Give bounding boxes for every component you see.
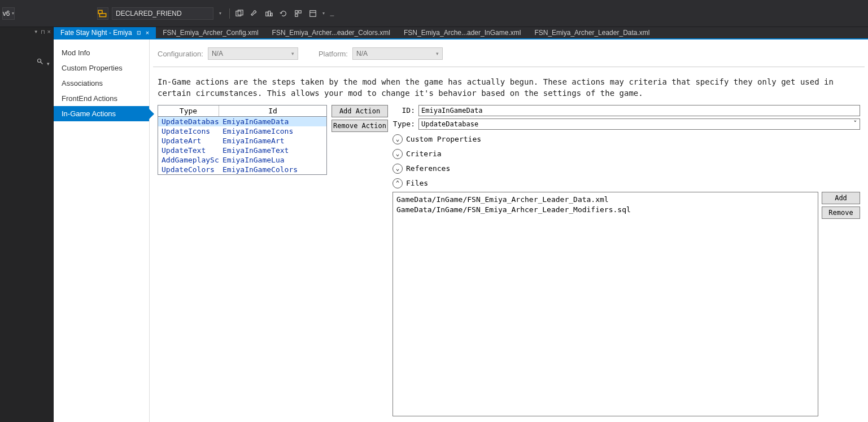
files-listbox[interactable]: GameData/InGame/FSN_Emiya_Archer_Leader_… xyxy=(392,192,818,416)
actions-table: Type Id UpdateDatabaseEmiyaInGameDataUpd… xyxy=(158,105,327,175)
svg-point-12 xyxy=(38,59,41,63)
toolbar-search-scope-icon[interactable] xyxy=(97,7,108,20)
configuration-label: Configuration: xyxy=(158,50,203,58)
main-toolbar: v6▾ DECLARED_FRIEND ▾ ▾ ＿ xyxy=(0,0,868,27)
search-dropdown-icon[interactable]: ▾ xyxy=(47,61,50,67)
add-file-button[interactable]: Add xyxy=(822,192,860,204)
list-item[interactable]: GameData/InGame/FSN_Emiya_Arhcer_Leader_… xyxy=(396,205,814,215)
platform-select[interactable]: N/A xyxy=(352,47,443,60)
toolbar-search-field[interactable]: DECLARED_FRIEND xyxy=(112,7,213,20)
type-label: Type: xyxy=(392,120,415,128)
svg-rect-1 xyxy=(99,14,106,17)
search-icon[interactable] xyxy=(37,58,43,67)
pin-icon[interactable]: ⊓ xyxy=(41,29,45,35)
document-tabstrip: Fate Stay Night - Emiya⊡× FSN_Emiya_Arch… xyxy=(54,27,868,39)
toolbar-icon-3[interactable] xyxy=(264,9,273,18)
mod-editor-sidenav: Mod Info Custom Properties Associations … xyxy=(54,39,150,422)
solution-explorer-panel: ▼ ⊓ × ▾ xyxy=(0,27,54,422)
svg-rect-9 xyxy=(295,14,298,16)
expander-files[interactable]: ⌃ Files xyxy=(392,178,860,188)
column-header-id[interactable]: Id xyxy=(219,106,326,116)
svg-rect-7 xyxy=(295,10,298,12)
table-row[interactable]: UpdateIconsEmiyaInGameIcons xyxy=(158,126,326,136)
column-header-type[interactable]: Type xyxy=(158,106,219,116)
table-row[interactable]: UpdateDatabaseEmiyaInGameData xyxy=(158,117,326,126)
description-text: In-Game actions are the steps taken by t… xyxy=(150,67,868,105)
add-action-button[interactable]: Add Action xyxy=(332,105,388,117)
sidenav-associations[interactable]: Associations xyxy=(54,76,149,91)
tab-config-xml[interactable]: FSN_Emiya_Archer_Config.xml xyxy=(156,27,265,38)
chevron-down-icon[interactable]: ⌄ xyxy=(392,164,403,174)
expander-references[interactable]: ⌄ References xyxy=(392,164,860,174)
svg-rect-5 xyxy=(268,11,271,16)
sidenav-mod-info[interactable]: Mod Info xyxy=(54,45,149,60)
pin-icon[interactable]: ⊡ xyxy=(137,30,141,36)
remove-action-button[interactable]: Remove Action xyxy=(332,120,388,132)
chevron-down-icon[interactable]: ⌄ xyxy=(392,149,403,159)
panel-header-controls: ▼ ⊓ × xyxy=(0,27,53,36)
remove-file-button[interactable]: Remove xyxy=(822,206,860,219)
sidenav-custom-properties[interactable]: Custom Properties xyxy=(54,60,149,76)
toolbar-icon-5[interactable] xyxy=(294,9,303,18)
table-row[interactable]: AddGameplayScriEmiyaInGameLua xyxy=(158,155,326,165)
id-label: ID: xyxy=(392,106,415,115)
tab-leader-data-xml[interactable]: FSN_Emiya_Archer_Leader_Data.xml xyxy=(527,27,656,38)
chevron-up-icon[interactable]: ⌃ xyxy=(392,178,403,188)
sidenav-ingame-actions[interactable]: In-Game Actions xyxy=(54,106,149,121)
toolbar-overflow-icon[interactable]: ＿ xyxy=(328,9,337,18)
platform-label: Platform: xyxy=(319,50,348,58)
id-input[interactable] xyxy=(418,105,860,116)
sidenav-frontend-actions[interactable]: FrontEnd Actions xyxy=(54,91,149,106)
toolbar-icon-6[interactable] xyxy=(308,9,317,18)
chevron-down-icon[interactable]: ⌄ xyxy=(392,134,403,144)
tab-leader-colors-xml[interactable]: FSN_Emiya_Archer...eader_Colors.xml xyxy=(265,27,397,38)
svg-line-13 xyxy=(41,62,43,64)
expander-custom-properties[interactable]: ⌄ Custom Properties xyxy=(392,134,860,144)
svg-rect-6 xyxy=(271,13,273,16)
svg-rect-4 xyxy=(266,12,268,16)
svg-rect-8 xyxy=(299,10,301,12)
refresh-icon[interactable] xyxy=(279,9,288,18)
table-row[interactable]: UpdateArtEmiyaInGameArt xyxy=(158,136,326,146)
type-select[interactable]: UpdateDatabase xyxy=(418,118,860,130)
ingame-actions-content: Configuration: N/A Platform: N/A In-Game… xyxy=(150,39,868,422)
editor-area: Fate Stay Night - Emiya⊡× FSN_Emiya_Arch… xyxy=(54,27,868,422)
table-row[interactable]: UpdateColorsEmiyaInGameColors xyxy=(158,165,326,174)
tab-fate-stay-night-emiya[interactable]: Fate Stay Night - Emiya⊡× xyxy=(54,27,156,38)
expander-criteria[interactable]: ⌄ Criteria xyxy=(392,149,860,159)
chevron-down-icon[interactable]: ▼ xyxy=(34,29,38,34)
table-row[interactable]: UpdateTextEmiyaInGameText xyxy=(158,146,326,155)
configuration-select[interactable]: N/A xyxy=(208,47,298,60)
close-icon[interactable]: × xyxy=(146,29,149,36)
wrench-icon[interactable] xyxy=(250,9,259,18)
toolbar-v-dropdown[interactable]: v6▾ xyxy=(2,7,15,20)
close-icon[interactable]: × xyxy=(47,28,51,35)
list-item[interactable]: GameData/InGame/FSN_Emiya_Archer_Leader_… xyxy=(396,195,814,205)
svg-rect-10 xyxy=(310,10,316,16)
tab-leader-ingame-xml[interactable]: FSN_Emiya_Arche...ader_InGame.xml xyxy=(397,27,527,38)
toolbar-icon-1[interactable] xyxy=(235,9,244,18)
